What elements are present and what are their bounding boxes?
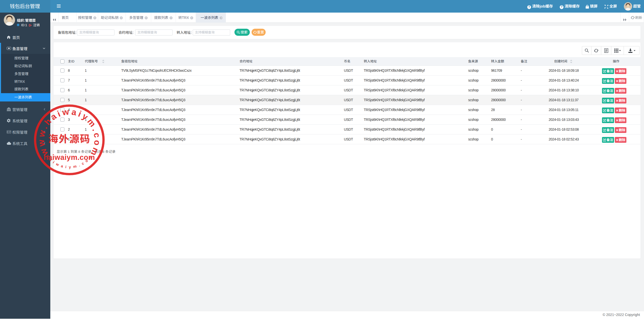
svg-text:海外源码: 海外源码 bbox=[48, 131, 91, 146]
svg-text:haiwaiym.com: haiwaiym.com bbox=[44, 153, 95, 161]
